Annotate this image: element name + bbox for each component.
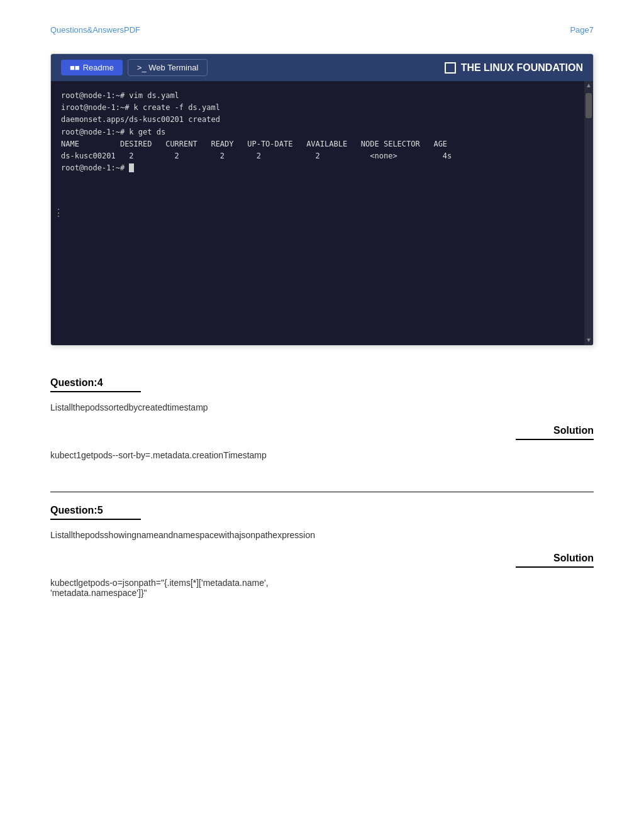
solution-4-label: Solution	[553, 425, 594, 436]
terminal-output: root@node-1:~# vim ds.yaml iroot@node-1:…	[61, 90, 583, 174]
logo-icon	[445, 62, 456, 74]
solution-4-wrapper: Solution	[50, 425, 594, 440]
terminal-tabs: ■■ Readme >_ Web Terminal	[61, 59, 208, 76]
solution-4-label-box: Solution	[516, 425, 594, 440]
terminal-topbar: ■■ Readme >_ Web Terminal THE LINUX FOUN…	[51, 54, 593, 81]
header-left: Questions&AnswersPDF	[50, 25, 140, 35]
question-4-label: Question:4	[50, 377, 141, 388]
scrollbar-thumb[interactable]	[586, 93, 592, 118]
terminal-body: ⋮ root@node-1:~# vim ds.yaml iroot@node-…	[51, 81, 593, 345]
solution-5-label: Solution	[553, 553, 594, 563]
scrollbar-down-icon[interactable]: ▼	[586, 336, 592, 345]
question-4-text: Listallthepodssortedbycreatedtimestamp	[50, 402, 594, 412]
question-5-text: Listallthepodsshowingnameandnamespacewit…	[50, 530, 594, 540]
solution-5-wrapper: Solution	[50, 553, 594, 568]
solution-4-text: kubect1getpods--sort-by=.metadata.creati…	[50, 450, 594, 460]
question-5-label-box: Question:5	[50, 505, 141, 520]
linux-foundation-logo: THE LINUX FOUNDATION	[445, 62, 583, 74]
tab-web-terminal-label: >_ Web Terminal	[137, 63, 198, 72]
header-right: Page7	[570, 25, 594, 35]
terminal-window: ■■ Readme >_ Web Terminal THE LINUX FOUN…	[50, 53, 594, 346]
readme-icon: ■■	[70, 63, 80, 72]
solution-5-text: kubectlgetpods-o=jsonpath="{.items[*]['m…	[50, 578, 594, 598]
tab-readme[interactable]: ■■ Readme	[61, 60, 123, 75]
terminal-scrollbar[interactable]: ▲ ▼	[584, 81, 593, 345]
question-4-label-box: Question:4	[50, 377, 141, 392]
scrollbar-up-icon[interactable]: ▲	[586, 81, 592, 91]
solution-5-label-box: Solution	[516, 553, 594, 568]
divider-q5	[50, 492, 594, 492]
logo-text: THE LINUX FOUNDATION	[461, 62, 583, 74]
tab-web-terminal[interactable]: >_ Web Terminal	[128, 59, 208, 76]
question-5-label: Question:5	[50, 505, 141, 516]
question-4-section: Question:4 Listallthepodssortedbycreated…	[50, 377, 594, 473]
page-header: Questions&AnswersPDF Page7	[50, 25, 594, 35]
page: Questions&AnswersPDF Page7 ■■ Readme >_ …	[0, 0, 644, 654]
question-5-section: Question:5 Listallthepodsshowingnameandn…	[50, 505, 594, 610]
tab-readme-label: Readme	[83, 63, 114, 72]
three-dots-icon: ⋮	[51, 207, 64, 219]
